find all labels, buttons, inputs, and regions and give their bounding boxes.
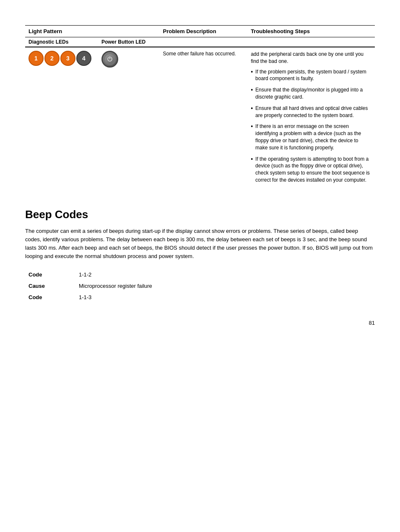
power-button-cell — [98, 47, 160, 191]
led-3: 3 — [60, 51, 75, 66]
cause-value-1: Microprocessor register failure — [75, 280, 375, 292]
page-number: 81 — [25, 320, 375, 326]
code-value-2: 1-1-3 — [75, 292, 375, 303]
troubleshooting-cell: add the peripheral cards back one by one… — [247, 47, 375, 191]
code-row-1: Code 1-1-2 — [25, 269, 375, 280]
trouble-steps-subheader — [247, 37, 375, 47]
code-value-1: 1-1-2 — [75, 269, 375, 280]
diagnostic-leds-subheader: Diagnostic LEDs — [25, 37, 98, 47]
trouble-item-5: If the operating system is attempting to… — [251, 156, 371, 184]
trouble-item-2-text: Ensure that the display/monitor is plugg… — [255, 86, 371, 101]
beep-codes-description: The computer can emit a series of beeps … — [25, 227, 375, 261]
trouble-item-2: Ensure that the display/monitor is plugg… — [251, 86, 371, 101]
led-2: 2 — [44, 51, 60, 66]
intro-text: add the peripheral cards back one by one… — [251, 51, 371, 65]
trouble-item-3-text: Ensure that all hard drives and optical … — [255, 105, 371, 119]
led-row: 1 2 3 4 — [29, 51, 95, 66]
cause-label-1: Cause — [25, 280, 75, 292]
led-1: 1 — [29, 51, 44, 66]
table-row: 1 2 3 4 — [25, 47, 375, 191]
problem-desc-subheader — [160, 37, 248, 47]
code-label-2: Code — [25, 292, 75, 303]
led-cell: 1 2 3 4 — [25, 47, 98, 191]
trouble-item-1: If the problem persists, the system boar… — [251, 68, 371, 83]
cause-row-1: Cause Microprocessor register failure — [25, 280, 375, 292]
codes-table: Code 1-1-2 Cause Microprocessor register… — [25, 269, 375, 303]
problem-description-text: Some other failure has occurred. — [163, 51, 236, 57]
power-button-led-subheader: Power Button LED — [98, 37, 160, 47]
troubleshooting-steps-header: Troubleshooting Steps — [247, 26, 375, 37]
troubleshooting-list: If the problem persists, the system boar… — [251, 68, 371, 184]
code-row-2: Code 1-1-3 — [25, 292, 375, 303]
trouble-item-4: If there is an error message on the scre… — [251, 123, 371, 151]
light-pattern-header: Light Pattern — [25, 26, 160, 37]
problem-description-header: Problem Description — [160, 26, 248, 37]
beep-codes-section: Beep Codes The computer can emit a serie… — [25, 208, 375, 303]
power-button-inner — [104, 53, 116, 65]
problem-description-cell: Some other failure has occurred. — [160, 47, 248, 191]
diagnostic-table: Light Pattern Problem Description Troubl… — [25, 25, 375, 191]
trouble-item-4-text: If there is an error message on the scre… — [255, 123, 371, 151]
trouble-item-3: Ensure that all hard drives and optical … — [251, 105, 371, 119]
trouble-item-5-text: If the operating system is attempting to… — [255, 156, 371, 184]
trouble-item-1-text: If the problem persists, the system boar… — [255, 68, 371, 83]
code-label-1: Code — [25, 269, 75, 280]
power-symbol-icon — [106, 56, 113, 63]
power-button-icon — [101, 51, 118, 68]
led-4: 4 — [76, 51, 91, 66]
beep-codes-title: Beep Codes — [25, 208, 375, 221]
